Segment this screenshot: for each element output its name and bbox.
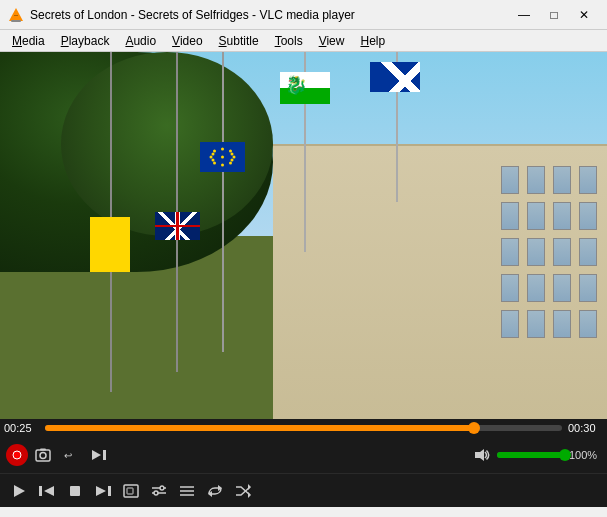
close-button[interactable]: ✕ (569, 5, 599, 25)
building-windows (501, 166, 597, 338)
frame-next-button[interactable] (86, 442, 112, 468)
svg-text:↩: ↩ (64, 450, 72, 461)
svg-point-9 (213, 162, 216, 165)
previous-button[interactable] (34, 478, 60, 504)
menu-tools[interactable]: Tools (267, 32, 311, 50)
extended-settings-button[interactable] (146, 478, 172, 504)
flag-yellow (90, 217, 130, 272)
svg-point-13 (212, 153, 215, 156)
flag-eu (200, 142, 245, 172)
menu-playback[interactable]: Playback (53, 32, 118, 50)
svg-marker-0 (9, 8, 23, 21)
window (501, 274, 519, 302)
menu-subtitle[interactable]: Subtitle (211, 32, 267, 50)
svg-rect-2 (14, 15, 18, 16)
progress-fill (45, 425, 476, 431)
progress-track[interactable] (45, 425, 562, 431)
building (273, 144, 607, 419)
menu-video[interactable]: Video (164, 32, 210, 50)
svg-point-19 (40, 453, 46, 459)
window (501, 166, 519, 194)
volume-controls: 100% (469, 442, 601, 468)
svg-marker-42 (248, 492, 251, 498)
svg-rect-20 (40, 449, 46, 451)
svg-marker-27 (44, 486, 54, 496)
controls-bar-top: ↩ 100% (0, 437, 607, 473)
current-time: 00:25 (4, 422, 39, 434)
svg-marker-25 (14, 485, 25, 497)
app-icon (8, 7, 24, 23)
flag-uk (155, 212, 200, 240)
play-button[interactable] (6, 478, 32, 504)
svg-point-4 (221, 156, 224, 159)
volume-track[interactable] (497, 452, 567, 458)
svg-point-11 (210, 156, 213, 159)
window (579, 166, 597, 194)
maximize-button[interactable]: □ (539, 5, 569, 25)
window (501, 238, 519, 266)
svg-point-7 (213, 150, 216, 153)
window (553, 166, 571, 194)
svg-point-5 (221, 148, 224, 151)
volume-label: 100% (569, 449, 601, 461)
window (501, 310, 519, 338)
svg-marker-24 (475, 449, 484, 461)
svg-rect-1 (11, 20, 21, 22)
welsh-dragon: 🐉 (285, 74, 307, 96)
snapshot-button[interactable] (30, 442, 56, 468)
stop-button[interactable] (62, 478, 88, 504)
svg-rect-26 (39, 486, 42, 496)
window (553, 202, 571, 230)
window-title: Secrets of London - Secrets of Selfridge… (30, 8, 509, 22)
shuffle-button[interactable] (230, 478, 256, 504)
window (579, 310, 597, 338)
total-time: 00:30 (568, 422, 603, 434)
window-controls: — □ ✕ (509, 5, 599, 25)
svg-point-15 (212, 159, 215, 162)
svg-marker-30 (96, 486, 106, 496)
svg-rect-28 (70, 486, 80, 496)
svg-marker-22 (92, 450, 101, 460)
svg-rect-18 (36, 450, 50, 461)
menu-view[interactable]: View (311, 32, 353, 50)
svg-rect-23 (103, 450, 106, 460)
svg-point-14 (231, 153, 234, 156)
next-button[interactable] (90, 478, 116, 504)
title-bar: Secrets of London - Secrets of Selfridge… (0, 0, 607, 30)
window (501, 202, 519, 230)
svg-rect-29 (108, 486, 111, 496)
svg-point-36 (154, 491, 158, 495)
svg-point-16 (231, 159, 234, 162)
loop-ab-button[interactable]: ↩ (58, 442, 84, 468)
window (579, 202, 597, 230)
svg-point-12 (233, 156, 236, 159)
playlist-button[interactable] (174, 478, 200, 504)
svg-point-35 (160, 486, 164, 490)
svg-point-10 (229, 162, 232, 165)
volume-icon-button[interactable] (469, 442, 495, 468)
repeat-button[interactable] (202, 478, 228, 504)
minimize-button[interactable]: — (509, 5, 539, 25)
window (527, 310, 545, 338)
svg-point-6 (221, 164, 224, 167)
video-area[interactable]: 🐉 (0, 52, 607, 419)
window (579, 274, 597, 302)
window (579, 238, 597, 266)
window (527, 202, 545, 230)
svg-marker-43 (248, 484, 251, 490)
window (527, 238, 545, 266)
menu-bar: Media Playback Audio Video Subtitle Tool… (0, 30, 607, 52)
video-frame: 🐉 (0, 52, 607, 419)
flag-pole-3 (222, 52, 224, 352)
svg-point-8 (229, 150, 232, 153)
menu-audio[interactable]: Audio (117, 32, 164, 50)
window (527, 166, 545, 194)
svg-point-17 (13, 451, 21, 459)
menu-media[interactable]: Media (4, 32, 53, 50)
svg-rect-31 (124, 485, 138, 497)
svg-rect-32 (127, 488, 133, 494)
progress-area: 00:25 00:30 (0, 419, 607, 437)
fullscreen-button[interactable] (118, 478, 144, 504)
menu-help[interactable]: Help (352, 32, 393, 50)
record-button[interactable] (6, 444, 28, 466)
